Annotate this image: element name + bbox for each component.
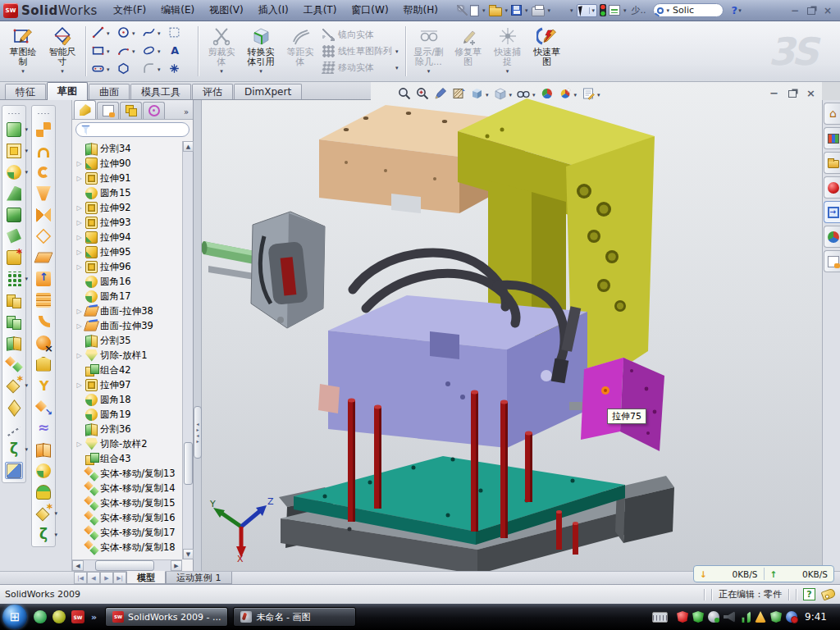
smart-dimension-button[interactable]: 智能尺寸 ▾	[43, 23, 81, 80]
prev-tab-icon[interactable]: ◀	[87, 572, 100, 584]
tab-草图[interactable]: 草图	[47, 82, 88, 100]
tree-item[interactable]: 圆角16	[75, 274, 182, 289]
tree-item[interactable]: 实体-移动/复制13	[75, 466, 182, 481]
linear-pattern-button[interactable]: ▾	[5, 270, 23, 287]
tree-item[interactable]: 分割34	[75, 141, 182, 156]
taskbar-clock[interactable]: 9:41	[801, 611, 833, 623]
next-tab-icon[interactable]: ▶	[100, 572, 113, 584]
tab-DimXpert[interactable]: DimXpert	[234, 84, 302, 99]
rectangle-tool[interactable]: ▾	[91, 43, 116, 61]
file-explorer-tab[interactable]	[824, 152, 840, 174]
display-style-button[interactable]: ▾	[469, 86, 490, 103]
point-tool[interactable]	[167, 61, 193, 79]
appearances-tab[interactable]	[824, 226, 840, 248]
rapid-sketch-button[interactable]: 快速草图	[528, 23, 566, 80]
last-tab-icon[interactable]: ▶|	[113, 572, 126, 584]
network-tray-icon[interactable]	[739, 611, 751, 623]
linear-pattern-dropdown-icon[interactable]: ▾	[25, 276, 28, 282]
tree-item[interactable]: 实体-移动/复制17	[75, 525, 182, 540]
delete-face-button[interactable]	[34, 334, 52, 351]
menu-item-0[interactable]: 文件(F)	[106, 0, 153, 21]
fillet-tool-dropdown-icon[interactable]: ▾	[25, 169, 28, 176]
sketch-fillet-dropdown-icon[interactable]: ▾	[158, 66, 161, 73]
edit-appearance-button[interactable]	[540, 86, 555, 103]
model-part-purple-core[interactable]	[318, 295, 591, 448]
zoom-fit-button[interactable]	[397, 86, 412, 103]
line-dropdown-icon[interactable]: ▾	[107, 30, 110, 37]
extend-surface-button[interactable]	[34, 398, 52, 415]
extruded-boss-dropdown-icon[interactable]: ▾	[25, 126, 28, 133]
tree-item[interactable]: ▷拉伸92	[75, 200, 182, 215]
shell-button[interactable]	[5, 313, 23, 330]
curve-dropdown-icon[interactable]: ▾	[25, 446, 28, 453]
tree-item[interactable]: 组合42	[75, 363, 182, 377]
messenger-quicklaunch-icon[interactable]	[34, 610, 47, 623]
zoom-area-button[interactable]	[415, 86, 430, 103]
tab-评估[interactable]: 评估	[192, 84, 233, 99]
scroll-up-icon[interactable]: ▲	[183, 141, 194, 152]
view-settings-dropdown-icon[interactable]: ▾	[597, 92, 600, 98]
expand-icon[interactable]: ▷	[75, 381, 83, 389]
hide-show-items-button[interactable]: ▾	[516, 86, 536, 103]
task-pane-home-tab[interactable]	[824, 103, 840, 125]
panel-splitter[interactable]: ◂▸◂▸	[194, 100, 202, 571]
tree-item[interactable]: ▷切除-放样1	[75, 348, 182, 363]
scroll-right-icon[interactable]: ▶	[171, 560, 182, 571]
swept-surface-button[interactable]	[34, 121, 52, 138]
property-manager-tab[interactable]	[97, 102, 119, 119]
tree-item[interactable]: ▷曲面-拉伸38	[75, 304, 182, 318]
menu-item-3[interactable]: 插入(I)	[251, 0, 296, 21]
custom-properties-tab[interactable]	[824, 250, 840, 272]
move-copy-body-button[interactable]	[5, 355, 23, 372]
menu-item-6[interactable]: 帮助(H)	[396, 0, 445, 21]
doc-tab-运动算例 1[interactable]: 运动算例 1	[166, 572, 232, 584]
close-button[interactable]: ×	[824, 5, 832, 16]
knit-surface-button[interactable]	[34, 441, 52, 458]
select-tool[interactable]: ▾	[577, 4, 598, 17]
spline-dropdown-icon[interactable]: ▾	[158, 30, 161, 37]
reference-geometry-2-dropdown-icon[interactable]: ▾	[54, 510, 57, 517]
open-icon[interactable]	[489, 7, 502, 16]
tree-item[interactable]: 圆角17	[75, 289, 182, 304]
minimize-button[interactable]: −	[791, 5, 799, 16]
taskbar-window-button[interactable]: SWSolidWorks 2009 - ...	[105, 607, 228, 627]
tags-icon[interactable]	[821, 588, 837, 601]
volume-tray-icon[interactable]	[724, 611, 735, 623]
fillet-surface-button[interactable]	[34, 462, 52, 479]
arc-dropdown-icon[interactable]: ▾	[132, 48, 135, 55]
start-button[interactable]: ⊞	[2, 605, 27, 629]
apply-scene-button[interactable]: ▾	[558, 86, 578, 103]
defender-tray-icon[interactable]	[770, 611, 782, 623]
reference-geometry-button[interactable]: ▾	[5, 377, 23, 394]
update-tray-icon[interactable]	[708, 611, 719, 623]
view-orientation-dropdown-icon[interactable]: ▾	[509, 92, 513, 98]
doc-restore-button[interactable]	[788, 90, 797, 98]
tree-filter-input[interactable]	[75, 122, 189, 137]
tree-vertical-scrollbar[interactable]: ▲ ▼	[182, 141, 193, 559]
feature-manager-tab[interactable]	[74, 100, 96, 119]
tree-item[interactable]: ▷拉伸93	[75, 215, 182, 230]
tree-item[interactable]: ▷曲面-拉伸39	[75, 318, 182, 333]
reference-geometry-dropdown-icon[interactable]: ▾	[25, 382, 28, 389]
tree-item[interactable]: 圆角18	[75, 392, 182, 407]
curve-button[interactable]: ▾	[5, 441, 23, 458]
offset-surface-button[interactable]	[34, 270, 52, 287]
chamfer-button[interactable]	[5, 185, 23, 202]
print-dropdown-icon[interactable]: ▾	[548, 7, 551, 14]
tree-item[interactable]: 组合43	[75, 451, 182, 466]
scroll-down-icon[interactable]: ▼	[183, 549, 194, 559]
splitter-handle[interactable]: ◂▸◂▸	[194, 406, 202, 459]
quick-tips-icon[interactable]: ?	[803, 588, 815, 600]
search-input[interactable]: Solic	[673, 5, 694, 16]
expand-icon[interactable]: ▷	[75, 234, 83, 241]
save-dropdown-icon[interactable]: ▾	[525, 7, 528, 14]
help-button[interactable]: ?	[732, 4, 738, 16]
tab-曲面[interactable]: 曲面	[89, 84, 130, 99]
convert-dropdown-icon[interactable]: ▾	[259, 68, 262, 75]
model-part-magenta-block[interactable]	[581, 358, 664, 451]
tree-horizontal-scrollbar[interactable]: ◀ ▶	[72, 559, 182, 571]
menu-item-2[interactable]: 视图(V)	[202, 0, 251, 21]
circle-dropdown-icon[interactable]: ▾	[132, 30, 135, 37]
expand-icon[interactable]: ▷	[75, 219, 83, 226]
extruded-surface-button[interactable]	[34, 163, 52, 180]
